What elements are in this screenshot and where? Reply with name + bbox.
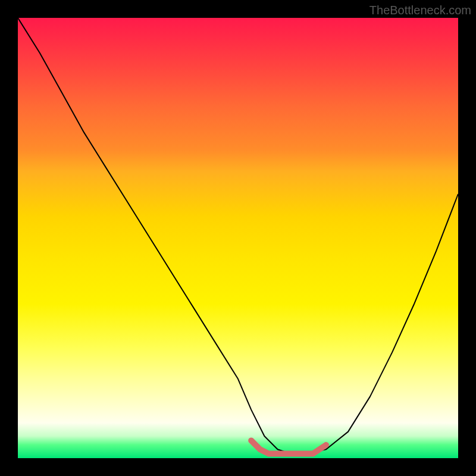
watermark-text: TheBottleneck.com bbox=[369, 4, 471, 17]
optimal-band bbox=[251, 440, 326, 453]
bottleneck-curve bbox=[18, 18, 458, 454]
chart-plot-area bbox=[18, 18, 458, 458]
chart-svg bbox=[18, 18, 458, 458]
